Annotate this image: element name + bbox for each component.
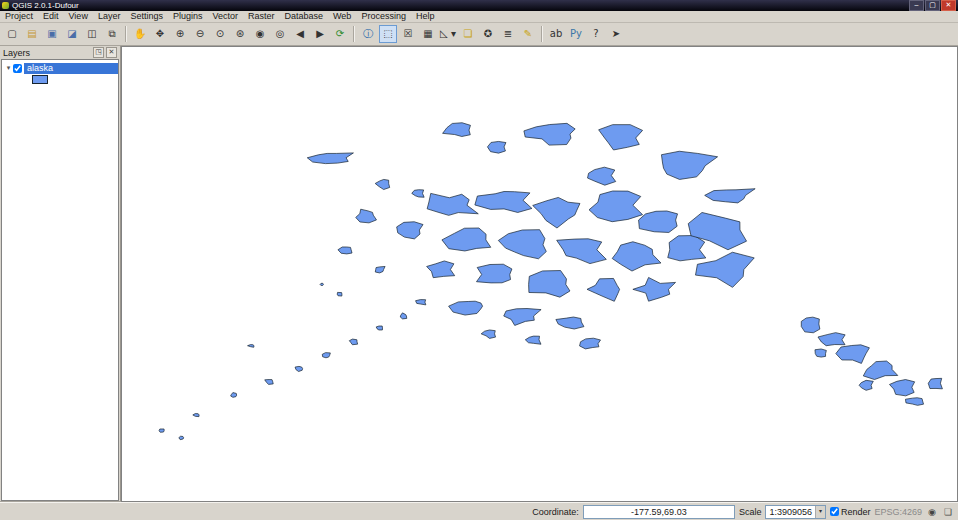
select-features-button[interactable]: ⬚ ▾	[379, 25, 397, 43]
minimize-button[interactable]: –	[909, 0, 924, 11]
map-polygon	[320, 283, 323, 285]
layers-panel-header: Layers ◳ ✕	[0, 46, 120, 59]
pointer-button[interactable]: ➤	[607, 25, 625, 43]
map-canvas[interactable]	[121, 46, 958, 502]
menu-item[interactable]: View	[64, 11, 93, 22]
show-bookmarks-button[interactable]: ≣	[499, 25, 517, 43]
menu-item[interactable]: Edit	[38, 11, 64, 22]
scale-value: 1:3909056	[769, 507, 812, 517]
map-polygon	[504, 309, 541, 326]
attribute-table-button[interactable]: ▦	[419, 25, 437, 43]
toolbar-separator	[353, 26, 355, 42]
refresh-button[interactable]: ⟳	[331, 25, 349, 43]
open-project-button[interactable]: ▤	[23, 25, 41, 43]
coordinate-field[interactable]: -177.59,69.03	[583, 505, 735, 519]
plugins-toolbar-group: abPy?➤	[546, 25, 626, 43]
labeling-button[interactable]: ab	[547, 25, 565, 43]
map-polygon	[449, 301, 483, 315]
map-polygon	[599, 125, 643, 150]
layer-tree: ▾ alaska	[1, 59, 119, 501]
map-polygon	[525, 336, 541, 344]
log-messages-icon[interactable]: ❏	[942, 507, 954, 517]
scale-label: Scale	[739, 507, 762, 517]
expander-icon[interactable]: ▾	[4, 64, 13, 72]
map-polygon	[412, 190, 424, 198]
close-button[interactable]: ✕	[941, 0, 956, 11]
new-project-button[interactable]: ▢	[3, 25, 21, 43]
maximize-button[interactable]: ▢	[925, 0, 940, 11]
composer-manager-button[interactable]: ⧉	[103, 25, 121, 43]
title-bar: QGIS 2.0.1-Dufour – ▢ ✕	[0, 0, 958, 11]
chevron-down-icon[interactable]: ▾	[815, 506, 825, 518]
map-polygon	[416, 300, 426, 305]
map-polygon	[487, 141, 505, 153]
map-polygon	[193, 414, 199, 417]
map-polygon	[533, 197, 580, 228]
navigation-toolbar-group: ✋✥⊕⊖⊙⊛◉◎◀▶⟳	[130, 25, 350, 43]
map-polygon	[322, 353, 330, 358]
map-polygon	[337, 292, 342, 296]
layers-panel-title: Layers	[3, 48, 30, 58]
save-project-as-button[interactable]: ◪	[63, 25, 81, 43]
map-tips-button[interactable]: ❏	[459, 25, 477, 43]
zoom-native-button[interactable]: ⊙	[211, 25, 229, 43]
whats-this-button[interactable]: ?	[587, 25, 605, 43]
map-polygon	[307, 153, 353, 164]
render-checkbox[interactable]	[830, 507, 839, 516]
map-polygon	[589, 191, 643, 222]
new-print-composer-button[interactable]: ◫	[83, 25, 101, 43]
menu-item[interactable]: Help	[411, 11, 440, 22]
map-polygon	[557, 239, 607, 264]
zoom-out-button[interactable]: ⊖	[191, 25, 209, 43]
menu-item[interactable]: Database	[280, 11, 329, 22]
zoom-to-selection-button[interactable]: ◉	[251, 25, 269, 43]
zoom-in-button[interactable]: ⊕	[171, 25, 189, 43]
map-polygon	[295, 366, 302, 371]
layer-visibility-checkbox[interactable]	[13, 64, 22, 73]
menu-item[interactable]: Layer	[93, 11, 126, 22]
save-project-button[interactable]: ▣	[43, 25, 61, 43]
zoom-full-button[interactable]: ⊛	[231, 25, 249, 43]
map-polygon	[476, 264, 511, 283]
scale-combo[interactable]: 1:3909056 ▾	[765, 505, 826, 519]
deselect-button[interactable]: ☒	[399, 25, 417, 43]
measure-button[interactable]: ◺ ▾	[439, 25, 457, 43]
map-polygon	[889, 380, 914, 396]
python-console-button[interactable]: Py	[567, 25, 585, 43]
menu-item[interactable]: Processing	[356, 11, 411, 22]
menu-item[interactable]: Web	[328, 11, 356, 22]
map-polygon	[349, 339, 357, 345]
map-polygon	[265, 380, 273, 385]
menu-item[interactable]: Vector	[207, 11, 243, 22]
map-polygon	[801, 317, 820, 333]
annotation-button[interactable]: ✎	[519, 25, 537, 43]
identify-button[interactable]: ⓘ	[359, 25, 377, 43]
zoom-next-button[interactable]: ▶	[311, 25, 329, 43]
main-toolbar: ▢▤▣◪◫⧉ ✋✥⊕⊖⊙⊛◉◎◀▶⟳ ⓘ⬚ ▾☒▦◺ ▾❏✪≣✎ abPy?➤	[0, 23, 958, 46]
panel-close-button[interactable]: ✕	[106, 47, 117, 58]
map-polygon	[400, 313, 406, 319]
menu-item[interactable]: Plugins	[168, 11, 208, 22]
panel-float-button[interactable]: ◳	[93, 47, 104, 58]
map-polygon	[442, 228, 491, 251]
pan-map-button[interactable]: ✋	[131, 25, 149, 43]
zoom-last-button[interactable]: ◀	[291, 25, 309, 43]
toolbar-separator	[541, 26, 543, 42]
map-polygon	[639, 211, 678, 232]
map-polygon	[481, 330, 495, 338]
main-area: Layers ◳ ✕ ▾ alaska	[0, 46, 958, 502]
layer-name[interactable]: alaska	[24, 63, 118, 74]
menu-item[interactable]: Raster	[243, 11, 280, 22]
layer-item-alaska[interactable]: ▾ alaska	[4, 62, 118, 74]
pan-to-selection-button[interactable]: ✥	[151, 25, 169, 43]
zoom-to-layer-button[interactable]: ◎	[271, 25, 289, 43]
map-polygon	[376, 326, 382, 330]
new-bookmark-button[interactable]: ✪	[479, 25, 497, 43]
map-polygon	[397, 222, 423, 239]
map-polygon	[859, 380, 873, 390]
crs-status-icon[interactable]: ◉	[926, 507, 938, 517]
menu-item[interactable]: Project	[0, 11, 38, 22]
map-polygon	[863, 361, 897, 379]
window-title: QGIS 2.0.1-Dufour	[12, 1, 79, 10]
menu-item[interactable]: Settings	[125, 11, 168, 22]
